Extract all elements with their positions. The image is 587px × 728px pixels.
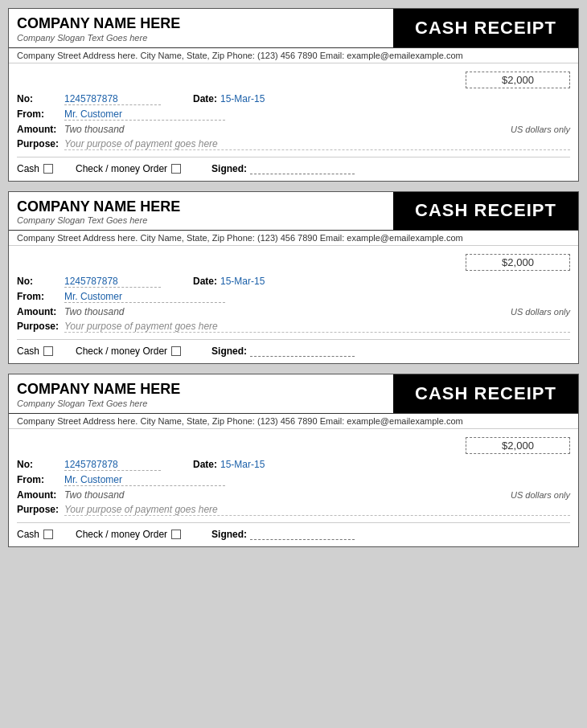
cash-label-3: Cash	[17, 529, 39, 540]
no-value-2: 1245787878	[64, 276, 161, 288]
receipt-card-1: COMPANY NAME HERE Company Slogan Text Go…	[8, 8, 579, 182]
no-date-row-1: No: 1245787878 Date: 15-Mar-15	[17, 93, 570, 105]
receipt-card-2: COMPANY NAME HERE Company Slogan Text Go…	[8, 191, 579, 365]
no-date-row-2: No: 1245787878 Date: 15-Mar-15	[17, 276, 570, 288]
company-info-3: COMPANY NAME HERE Company Slogan Text Go…	[9, 374, 393, 413]
signed-label-3: Signed:	[211, 529, 247, 540]
purpose-value-3: Your purpose of payment goes here	[64, 504, 570, 516]
signed-section-3: Signed:	[211, 529, 355, 540]
cash-checkbox-1[interactable]	[43, 164, 53, 174]
company-info-2: COMPANY NAME HERE Company Slogan Text Go…	[9, 192, 393, 231]
from-label-2: From:	[17, 291, 61, 302]
cash-item-3: Cash	[17, 529, 53, 540]
amount-text-row-3: Amount: Two thousand US dollars only	[17, 489, 570, 501]
receipt-body-3: $2,000 No: 1245787878 Date: 15-Mar-15 Fr…	[9, 429, 578, 546]
amount-label-3: Amount:	[17, 489, 61, 501]
receipt-body-1: $2,000 No: 1245787878 Date: 15-Mar-15 Fr…	[9, 63, 578, 181]
amount-row-3: $2,000	[17, 437, 570, 454]
check-item-1: Check / money Order	[76, 163, 181, 174]
signed-label-2: Signed:	[211, 346, 247, 357]
receipt-header-1: COMPANY NAME HERE Company Slogan Text Go…	[9, 9, 578, 48]
purpose-value-1: Your purpose of payment goes here	[64, 138, 570, 150]
amount-text-row-2: Amount: Two thousand US dollars only	[17, 306, 570, 317]
cash-label-2: Cash	[17, 346, 39, 357]
amount-row-2: $2,000	[17, 254, 570, 271]
company-info-1: COMPANY NAME HERE Company Slogan Text Go…	[9, 9, 393, 47]
check-checkbox-3[interactable]	[171, 530, 181, 539]
no-value-1: 1245787878	[64, 93, 161, 105]
date-value-3: 15-Mar-15	[220, 459, 265, 470]
amount-text-3: Two thousand	[64, 489, 125, 501]
cash-label-1: Cash	[17, 163, 39, 174]
check-item-3: Check / money Order	[76, 529, 181, 540]
usd-only-3: US dollars only	[511, 490, 570, 500]
amount-label-2: Amount:	[17, 306, 61, 317]
no-value-3: 1245787878	[64, 459, 161, 471]
amount-text-2: Two thousand	[64, 306, 125, 317]
check-label-2: Check / money Order	[76, 346, 167, 357]
amount-text-1: Two thousand	[64, 124, 125, 135]
usd-only-1: US dollars only	[511, 125, 570, 134]
receipt-body-2: $2,000 No: 1245787878 Date: 15-Mar-15 Fr…	[9, 246, 578, 363]
purpose-value-2: Your purpose of payment goes here	[64, 321, 570, 333]
from-label-3: From:	[17, 474, 61, 485]
address-bar-3: Company Street Address here. City Name, …	[9, 414, 578, 429]
date-value-1: 15-Mar-15	[220, 93, 265, 104]
amount-box-2: $2,000	[466, 254, 570, 271]
date-label-2: Date:	[193, 276, 217, 287]
cash-receipt-box-1: CASH RECEIPT	[393, 9, 578, 47]
receipt-card-3: COMPANY NAME HERE Company Slogan Text Go…	[8, 374, 579, 547]
company-slogan-1: Company Slogan Text Goes here	[17, 33, 385, 43]
cash-receipt-box-3: CASH RECEIPT	[393, 374, 578, 413]
payment-row-2: Cash Check / money Order Signed:	[17, 339, 570, 357]
from-value-1: Mr. Customer	[64, 108, 225, 121]
purpose-row-3: Purpose: Your purpose of payment goes he…	[17, 504, 570, 516]
payment-row-1: Cash Check / money Order Signed:	[17, 157, 570, 174]
date-section-3: Date: 15-Mar-15	[193, 459, 265, 470]
cash-receipt-title-3: CASH RECEIPT	[415, 383, 556, 404]
receipt-header-3: COMPANY NAME HERE Company Slogan Text Go…	[9, 374, 578, 414]
amount-box-1: $2,000	[466, 72, 570, 88]
purpose-row-1: Purpose: Your purpose of payment goes he…	[17, 138, 570, 150]
amount-label-1: Amount:	[17, 124, 61, 135]
signed-line-2	[250, 346, 355, 357]
cash-receipt-title-2: CASH RECEIPT	[415, 200, 556, 221]
date-section-1: Date: 15-Mar-15	[193, 93, 265, 104]
purpose-label-3: Purpose:	[17, 504, 61, 515]
amount-row-1: $2,000	[17, 72, 570, 88]
payment-row-3: Cash Check / money Order Signed:	[17, 522, 570, 540]
cash-item-2: Cash	[17, 346, 53, 357]
check-label-3: Check / money Order	[76, 529, 167, 540]
address-bar-1: Company Street Address here. City Name, …	[9, 48, 578, 63]
date-label-3: Date:	[193, 459, 217, 470]
date-label-1: Date:	[193, 93, 217, 104]
amount-box-3: $2,000	[466, 437, 570, 454]
check-checkbox-1[interactable]	[171, 164, 181, 174]
cash-checkbox-2[interactable]	[43, 346, 53, 356]
signed-label-1: Signed:	[211, 163, 247, 174]
check-checkbox-2[interactable]	[171, 346, 181, 356]
from-row-2: From: Mr. Customer	[17, 291, 570, 303]
no-label-1: No:	[17, 93, 61, 104]
no-label-2: No:	[17, 276, 61, 287]
company-slogan-3: Company Slogan Text Goes here	[17, 399, 385, 408]
cash-receipt-title-1: CASH RECEIPT	[415, 18, 556, 39]
from-row-1: From: Mr. Customer	[17, 108, 570, 121]
company-name-1: COMPANY NAME HERE	[17, 15, 385, 33]
usd-only-2: US dollars only	[511, 307, 570, 317]
company-slogan-2: Company Slogan Text Goes here	[17, 215, 385, 225]
date-value-2: 15-Mar-15	[220, 276, 265, 287]
purpose-row-2: Purpose: Your purpose of payment goes he…	[17, 321, 570, 333]
address-bar-2: Company Street Address here. City Name, …	[9, 231, 578, 246]
from-label-1: From:	[17, 108, 61, 120]
signed-line-1	[250, 163, 355, 174]
from-row-3: From: Mr. Customer	[17, 474, 570, 486]
no-label-3: No:	[17, 459, 61, 470]
signed-section-2: Signed:	[211, 346, 355, 357]
signed-section-1: Signed:	[211, 163, 355, 174]
check-label-1: Check / money Order	[76, 163, 167, 174]
cash-checkbox-3[interactable]	[43, 530, 53, 539]
from-value-2: Mr. Customer	[64, 291, 225, 303]
amount-text-row-1: Amount: Two thousand US dollars only	[17, 124, 570, 135]
company-name-3: COMPANY NAME HERE	[17, 381, 385, 399]
